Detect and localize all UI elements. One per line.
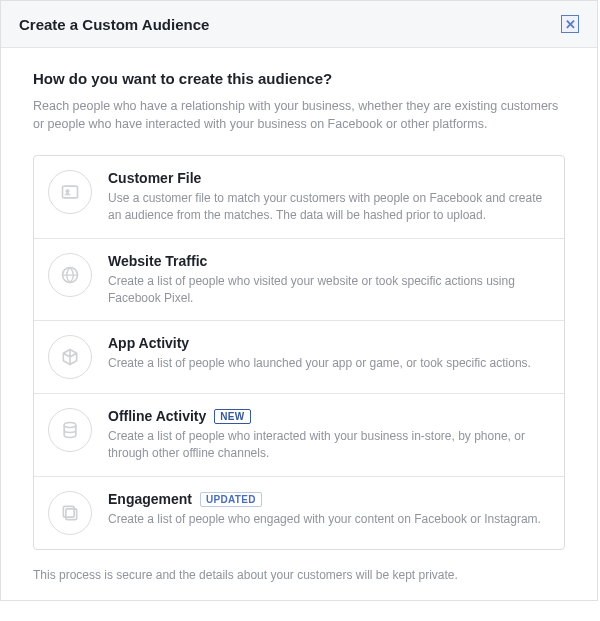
option-text: App Activity Create a list of people who…: [108, 335, 550, 379]
audience-question: How do you want to create this audience?: [33, 70, 565, 87]
option-website-traffic[interactable]: Website Traffic Create a list of people …: [34, 239, 564, 322]
custom-audience-modal: Create a Custom Audience ✕ How do you wa…: [0, 0, 598, 601]
svg-rect-5: [66, 509, 77, 520]
option-desc: Create a list of people who visited your…: [108, 273, 550, 307]
intro-text: Reach people who have a relationship wit…: [33, 97, 565, 133]
svg-point-1: [66, 190, 69, 193]
new-badge: NEW: [214, 409, 250, 424]
stack-icon: [48, 491, 92, 535]
customer-file-icon: [48, 170, 92, 214]
modal-title: Create a Custom Audience: [19, 16, 209, 33]
cube-icon: [48, 335, 92, 379]
option-title: App Activity: [108, 335, 189, 351]
modal-body: How do you want to create this audience?…: [1, 48, 597, 600]
svg-point-3: [64, 423, 76, 428]
globe-icon: [48, 253, 92, 297]
option-offline-activity[interactable]: Offline Activity NEW Create a list of pe…: [34, 394, 564, 477]
svg-rect-0: [63, 186, 78, 198]
option-customer-file[interactable]: Customer File Use a customer file to mat…: [34, 156, 564, 239]
option-app-activity[interactable]: App Activity Create a list of people who…: [34, 321, 564, 394]
option-title: Offline Activity: [108, 408, 206, 424]
modal-header: Create a Custom Audience ✕: [1, 1, 597, 48]
updated-badge: UPDATED: [200, 492, 262, 507]
option-title: Customer File: [108, 170, 201, 186]
close-button[interactable]: ✕: [561, 15, 579, 33]
option-engagement[interactable]: Engagement UPDATED Create a list of peop…: [34, 477, 564, 549]
option-title: Engagement: [108, 491, 192, 507]
option-text: Customer File Use a customer file to mat…: [108, 170, 550, 224]
option-desc: Create a list of people who engaged with…: [108, 511, 550, 528]
database-icon: [48, 408, 92, 452]
audience-options: Customer File Use a customer file to mat…: [33, 155, 565, 550]
option-desc: Use a customer file to match your custom…: [108, 190, 550, 224]
option-text: Engagement UPDATED Create a list of peop…: [108, 491, 550, 535]
footer-note: This process is secure and the details a…: [33, 568, 565, 582]
option-desc: Create a list of people who launched you…: [108, 355, 550, 372]
option-text: Website Traffic Create a list of people …: [108, 253, 550, 307]
svg-rect-4: [63, 506, 74, 517]
option-title: Website Traffic: [108, 253, 207, 269]
close-icon: ✕: [565, 17, 576, 32]
option-desc: Create a list of people who interacted w…: [108, 428, 550, 462]
option-text: Offline Activity NEW Create a list of pe…: [108, 408, 550, 462]
